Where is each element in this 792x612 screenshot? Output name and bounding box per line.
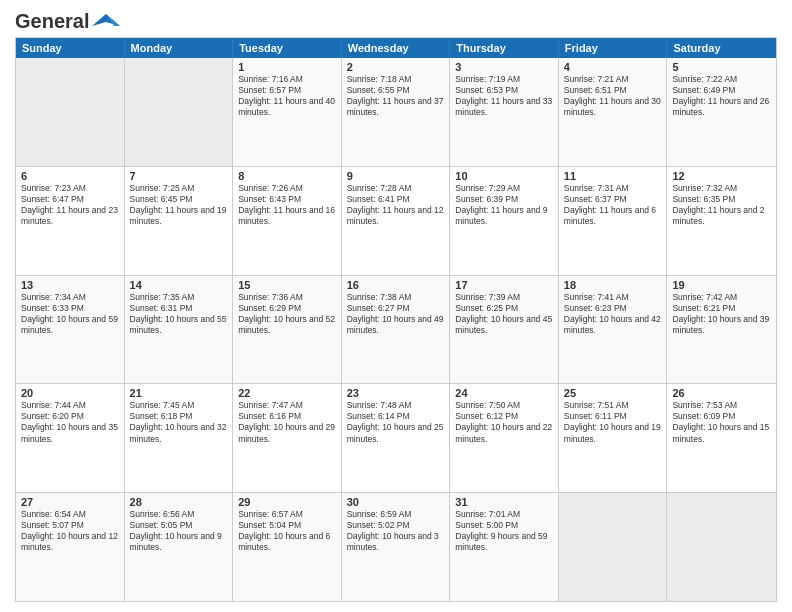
cell-info: Sunrise: 7:36 AMSunset: 6:29 PMDaylight:… [238,292,336,336]
cell-info: Sunrise: 7:29 AMSunset: 6:39 PMDaylight:… [455,183,553,227]
day-number: 9 [347,170,445,182]
day-number: 15 [238,279,336,291]
cell-info: Sunrise: 7:18 AMSunset: 6:55 PMDaylight:… [347,74,445,118]
calendar-body: 1Sunrise: 7:16 AMSunset: 6:57 PMDaylight… [16,58,776,601]
cal-cell: 28Sunrise: 6:56 AMSunset: 5:05 PMDayligh… [125,493,234,601]
cal-cell: 3Sunrise: 7:19 AMSunset: 6:53 PMDaylight… [450,58,559,166]
day-number: 11 [564,170,662,182]
cell-info: Sunrise: 7:42 AMSunset: 6:21 PMDaylight:… [672,292,771,336]
cal-cell: 31Sunrise: 7:01 AMSunset: 5:00 PMDayligh… [450,493,559,601]
cell-info: Sunrise: 6:56 AMSunset: 5:05 PMDaylight:… [130,509,228,553]
cal-cell: 7Sunrise: 7:25 AMSunset: 6:45 PMDaylight… [125,167,234,275]
day-number: 1 [238,61,336,73]
week-row-2: 6Sunrise: 7:23 AMSunset: 6:47 PMDaylight… [16,166,776,275]
cal-cell [125,58,234,166]
cell-info: Sunrise: 7:34 AMSunset: 6:33 PMDaylight:… [21,292,119,336]
cal-cell: 29Sunrise: 6:57 AMSunset: 5:04 PMDayligh… [233,493,342,601]
day-of-week-sunday: Sunday [16,38,125,58]
cell-info: Sunrise: 7:01 AMSunset: 5:00 PMDaylight:… [455,509,553,553]
logo-general: General [15,10,89,33]
cell-info: Sunrise: 6:59 AMSunset: 5:02 PMDaylight:… [347,509,445,553]
week-row-4: 20Sunrise: 7:44 AMSunset: 6:20 PMDayligh… [16,383,776,492]
cell-info: Sunrise: 7:44 AMSunset: 6:20 PMDaylight:… [21,400,119,444]
cal-cell: 14Sunrise: 7:35 AMSunset: 6:31 PMDayligh… [125,276,234,384]
cell-info: Sunrise: 7:51 AMSunset: 6:11 PMDaylight:… [564,400,662,444]
cal-cell [559,493,668,601]
day-number: 25 [564,387,662,399]
day-number: 18 [564,279,662,291]
day-of-week-monday: Monday [125,38,234,58]
cell-info: Sunrise: 7:48 AMSunset: 6:14 PMDaylight:… [347,400,445,444]
cell-info: Sunrise: 7:35 AMSunset: 6:31 PMDaylight:… [130,292,228,336]
day-number: 22 [238,387,336,399]
day-of-week-friday: Friday [559,38,668,58]
day-of-week-tuesday: Tuesday [233,38,342,58]
day-number: 8 [238,170,336,182]
day-number: 3 [455,61,553,73]
cal-cell: 9Sunrise: 7:28 AMSunset: 6:41 PMDaylight… [342,167,451,275]
cell-info: Sunrise: 7:38 AMSunset: 6:27 PMDaylight:… [347,292,445,336]
cal-cell: 17Sunrise: 7:39 AMSunset: 6:25 PMDayligh… [450,276,559,384]
cal-cell [667,493,776,601]
day-number: 29 [238,496,336,508]
cell-info: Sunrise: 7:28 AMSunset: 6:41 PMDaylight:… [347,183,445,227]
cell-info: Sunrise: 7:45 AMSunset: 6:18 PMDaylight:… [130,400,228,444]
day-number: 5 [672,61,771,73]
cell-info: Sunrise: 7:21 AMSunset: 6:51 PMDaylight:… [564,74,662,118]
day-of-week-thursday: Thursday [450,38,559,58]
week-row-5: 27Sunrise: 6:54 AMSunset: 5:07 PMDayligh… [16,492,776,601]
cell-info: Sunrise: 7:26 AMSunset: 6:43 PMDaylight:… [238,183,336,227]
cell-info: Sunrise: 7:23 AMSunset: 6:47 PMDaylight:… [21,183,119,227]
logo: General [15,10,120,29]
day-number: 30 [347,496,445,508]
day-number: 20 [21,387,119,399]
cell-info: Sunrise: 7:50 AMSunset: 6:12 PMDaylight:… [455,400,553,444]
cal-cell: 26Sunrise: 7:53 AMSunset: 6:09 PMDayligh… [667,384,776,492]
cell-info: Sunrise: 6:57 AMSunset: 5:04 PMDaylight:… [238,509,336,553]
cell-info: Sunrise: 7:22 AMSunset: 6:49 PMDaylight:… [672,74,771,118]
cell-info: Sunrise: 7:41 AMSunset: 6:23 PMDaylight:… [564,292,662,336]
cal-cell: 16Sunrise: 7:38 AMSunset: 6:27 PMDayligh… [342,276,451,384]
day-number: 2 [347,61,445,73]
day-number: 28 [130,496,228,508]
cell-info: Sunrise: 7:47 AMSunset: 6:16 PMDaylight:… [238,400,336,444]
logo-bird-icon [92,12,120,32]
cal-cell: 2Sunrise: 7:18 AMSunset: 6:55 PMDaylight… [342,58,451,166]
day-number: 16 [347,279,445,291]
day-number: 27 [21,496,119,508]
cal-cell: 6Sunrise: 7:23 AMSunset: 6:47 PMDaylight… [16,167,125,275]
header: General [15,10,777,29]
cal-cell: 25Sunrise: 7:51 AMSunset: 6:11 PMDayligh… [559,384,668,492]
cell-info: Sunrise: 7:25 AMSunset: 6:45 PMDaylight:… [130,183,228,227]
day-number: 17 [455,279,553,291]
cal-cell: 18Sunrise: 7:41 AMSunset: 6:23 PMDayligh… [559,276,668,384]
day-number: 14 [130,279,228,291]
cal-cell: 4Sunrise: 7:21 AMSunset: 6:51 PMDaylight… [559,58,668,166]
cell-info: Sunrise: 7:16 AMSunset: 6:57 PMDaylight:… [238,74,336,118]
cal-cell: 19Sunrise: 7:42 AMSunset: 6:21 PMDayligh… [667,276,776,384]
cal-cell: 13Sunrise: 7:34 AMSunset: 6:33 PMDayligh… [16,276,125,384]
day-number: 7 [130,170,228,182]
day-number: 6 [21,170,119,182]
cal-cell: 20Sunrise: 7:44 AMSunset: 6:20 PMDayligh… [16,384,125,492]
cal-cell: 8Sunrise: 7:26 AMSunset: 6:43 PMDaylight… [233,167,342,275]
cal-cell: 27Sunrise: 6:54 AMSunset: 5:07 PMDayligh… [16,493,125,601]
cal-cell: 10Sunrise: 7:29 AMSunset: 6:39 PMDayligh… [450,167,559,275]
day-number: 10 [455,170,553,182]
day-number: 4 [564,61,662,73]
day-number: 21 [130,387,228,399]
cal-cell: 1Sunrise: 7:16 AMSunset: 6:57 PMDaylight… [233,58,342,166]
cell-info: Sunrise: 6:54 AMSunset: 5:07 PMDaylight:… [21,509,119,553]
cal-cell: 15Sunrise: 7:36 AMSunset: 6:29 PMDayligh… [233,276,342,384]
calendar-header: SundayMondayTuesdayWednesdayThursdayFrid… [16,38,776,58]
cal-cell: 12Sunrise: 7:32 AMSunset: 6:35 PMDayligh… [667,167,776,275]
week-row-1: 1Sunrise: 7:16 AMSunset: 6:57 PMDaylight… [16,58,776,166]
cal-cell: 21Sunrise: 7:45 AMSunset: 6:18 PMDayligh… [125,384,234,492]
cal-cell: 5Sunrise: 7:22 AMSunset: 6:49 PMDaylight… [667,58,776,166]
cell-info: Sunrise: 7:31 AMSunset: 6:37 PMDaylight:… [564,183,662,227]
day-number: 19 [672,279,771,291]
day-number: 31 [455,496,553,508]
day-number: 23 [347,387,445,399]
cell-info: Sunrise: 7:32 AMSunset: 6:35 PMDaylight:… [672,183,771,227]
cal-cell: 30Sunrise: 6:59 AMSunset: 5:02 PMDayligh… [342,493,451,601]
